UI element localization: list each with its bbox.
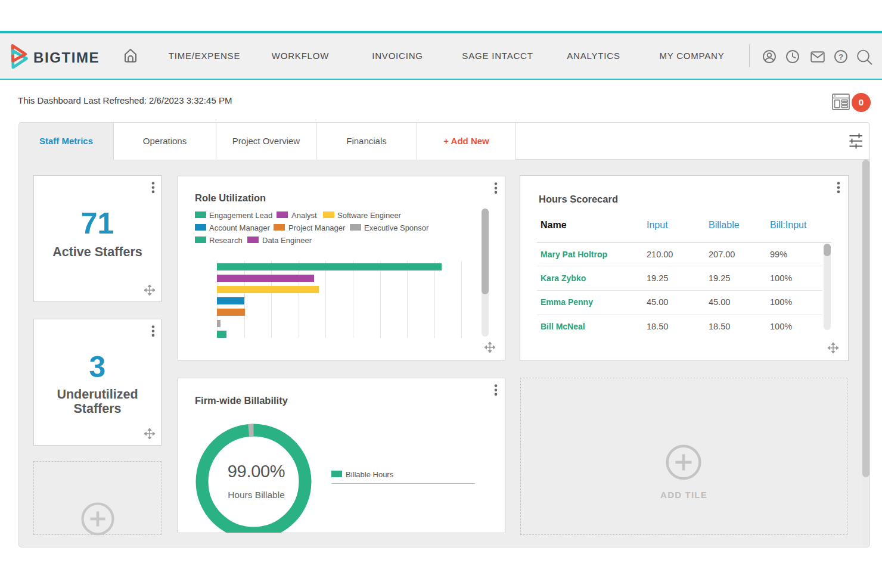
svg-text:?: ?: [838, 52, 843, 61]
